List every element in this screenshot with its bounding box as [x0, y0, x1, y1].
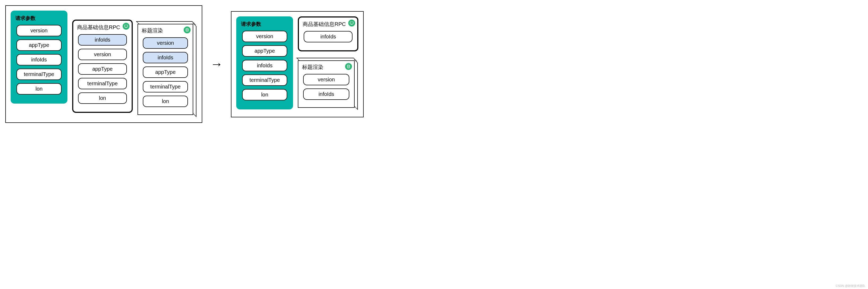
panel-title: 标题渲染	[142, 27, 189, 34]
param-pill: infoIds	[143, 52, 188, 63]
database-icon	[184, 27, 191, 33]
panel-title: 商品基础信息RPC	[303, 21, 353, 28]
param-pill: infoIds	[303, 88, 349, 100]
network-icon	[123, 23, 129, 30]
svg-rect-3	[350, 22, 353, 24]
param-pill: version	[242, 31, 287, 42]
param-pill: infoIds	[17, 54, 62, 65]
param-pill: terminalType	[17, 69, 62, 80]
param-pill: version	[143, 37, 188, 49]
param-pill: terminalType	[143, 81, 188, 93]
panel-title: 标题渲染	[302, 64, 350, 71]
rpc-panel-right: 商品基础信息RPC infoIds	[298, 16, 358, 51]
param-pill: version	[303, 74, 349, 85]
param-pill: lon	[143, 96, 188, 107]
render-panel-left: 标题渲染 version infoIds appType terminalTyp…	[137, 24, 193, 115]
param-pill: version	[17, 25, 62, 36]
param-pill: terminalType	[78, 78, 127, 89]
param-pill: terminalType	[242, 74, 287, 86]
param-pill: appType	[17, 39, 62, 51]
diagram-after: 请求参数 version appType infoIds terminalTyp…	[231, 11, 364, 117]
panel-title: 商品基础信息RPC	[77, 24, 128, 31]
panel-title: 请求参数	[16, 15, 63, 22]
database-icon	[345, 63, 352, 70]
param-pill: lon	[78, 93, 127, 104]
param-pill: infoIds	[304, 31, 352, 42]
param-pill: version	[78, 49, 127, 60]
transform-arrow: →	[210, 58, 223, 70]
diagram-before: 请求参数 version appType infoIds terminalTyp…	[5, 5, 202, 123]
param-pill: appType	[242, 45, 287, 57]
rpc-panel-left: 商品基础信息RPC infoIds version appType termin…	[72, 20, 133, 113]
svg-point-2	[186, 28, 188, 29]
render-panel-right: 标题渲染 version infoIds	[298, 61, 354, 108]
param-pill: appType	[143, 67, 188, 78]
param-pill: lon	[17, 83, 62, 95]
param-pill: appType	[78, 63, 127, 75]
svg-rect-0	[124, 25, 128, 27]
panel-title: 请求参数	[241, 21, 288, 28]
param-pill: infoIds	[242, 60, 287, 71]
param-pill: lon	[242, 89, 287, 100]
network-icon	[348, 20, 355, 27]
request-params-panel-left: 请求参数 version appType infoIds terminalTyp…	[11, 10, 67, 104]
request-params-panel-right: 请求参数 version appType infoIds terminalTyp…	[236, 16, 293, 109]
svg-point-5	[347, 65, 350, 66]
param-pill: infoIds	[78, 34, 127, 45]
